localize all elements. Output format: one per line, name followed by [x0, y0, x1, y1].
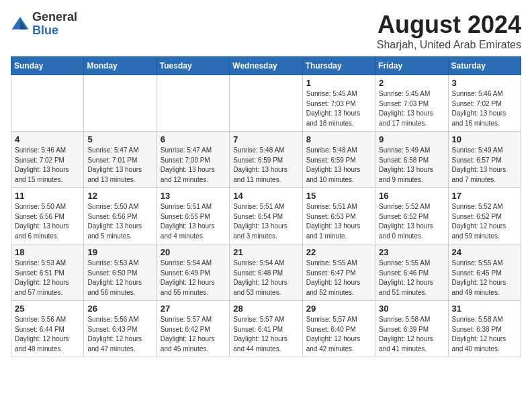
day-detail: Sunrise: 5:48 AM Sunset: 6:59 PM Dayligh… [233, 146, 298, 185]
calendar-cell: 28Sunrise: 5:57 AM Sunset: 6:41 PM Dayli… [230, 301, 302, 357]
day-number: 15 [306, 191, 371, 201]
day-detail: Sunrise: 5:51 AM Sunset: 6:55 PM Dayligh… [161, 202, 226, 241]
calendar-cell: 16Sunrise: 5:52 AM Sunset: 6:52 PM Dayli… [375, 188, 448, 244]
calendar-cell: 20Sunrise: 5:54 AM Sunset: 6:49 PM Dayli… [157, 244, 229, 301]
calendar-cell: 22Sunrise: 5:55 AM Sunset: 6:47 PM Dayli… [302, 244, 375, 301]
day-number: 2 [379, 78, 444, 88]
title-block: August 2024 Sharjah, United Arab Emirate… [377, 11, 521, 51]
logo-icon [11, 15, 30, 34]
weekday-header-wednesday: Wednesday [230, 57, 302, 75]
day-detail: Sunrise: 5:53 AM Sunset: 6:50 PM Dayligh… [87, 259, 152, 298]
day-detail: Sunrise: 5:51 AM Sunset: 6:53 PM Dayligh… [306, 202, 371, 241]
logo-blue: Blue [32, 24, 77, 38]
calendar-cell: 7Sunrise: 5:48 AM Sunset: 6:59 PM Daylig… [230, 132, 302, 188]
day-number: 1 [306, 78, 371, 88]
day-number: 12 [87, 191, 152, 201]
calendar-table: SundayMondayTuesdayWednesdayThursdayFrid… [11, 56, 521, 357]
day-detail: Sunrise: 5:46 AM Sunset: 7:02 PM Dayligh… [15, 146, 80, 185]
day-detail: Sunrise: 5:47 AM Sunset: 7:01 PM Dayligh… [87, 146, 152, 185]
day-number: 4 [15, 134, 80, 144]
day-detail: Sunrise: 5:53 AM Sunset: 6:51 PM Dayligh… [15, 259, 80, 298]
day-detail: Sunrise: 5:48 AM Sunset: 6:59 PM Dayligh… [306, 146, 371, 185]
calendar-cell: 21Sunrise: 5:54 AM Sunset: 6:48 PM Dayli… [230, 244, 302, 301]
calendar-cell: 5Sunrise: 5:47 AM Sunset: 7:01 PM Daylig… [84, 132, 157, 188]
calendar-cell: 25Sunrise: 5:56 AM Sunset: 6:44 PM Dayli… [11, 301, 84, 357]
day-detail: Sunrise: 5:58 AM Sunset: 6:39 PM Dayligh… [379, 315, 444, 354]
calendar-cell: 30Sunrise: 5:58 AM Sunset: 6:39 PM Dayli… [375, 301, 448, 357]
day-number: 18 [15, 247, 80, 257]
calendar-header: SundayMondayTuesdayWednesdayThursdayFrid… [11, 57, 521, 75]
calendar-cell: 24Sunrise: 5:55 AM Sunset: 6:45 PM Dayli… [448, 244, 521, 301]
day-detail: Sunrise: 5:49 AM Sunset: 6:58 PM Dayligh… [379, 146, 444, 185]
day-detail: Sunrise: 5:50 AM Sunset: 6:56 PM Dayligh… [15, 202, 80, 241]
calendar-location: Sharjah, United Arab Emirates [377, 39, 521, 51]
calendar-cell: 14Sunrise: 5:51 AM Sunset: 6:54 PM Dayli… [230, 188, 302, 244]
calendar-cell: 2Sunrise: 5:45 AM Sunset: 7:03 PM Daylig… [375, 75, 448, 132]
page-header: General Blue August 2024 Sharjah, United… [11, 11, 521, 51]
day-number: 29 [306, 304, 371, 314]
day-detail: Sunrise: 5:56 AM Sunset: 6:43 PM Dayligh… [87, 315, 152, 354]
day-number: 19 [87, 247, 152, 257]
day-number: 31 [452, 304, 517, 314]
day-number: 10 [452, 134, 517, 144]
calendar-cell [230, 75, 302, 132]
day-detail: Sunrise: 5:55 AM Sunset: 6:46 PM Dayligh… [379, 259, 444, 298]
day-number: 3 [452, 78, 517, 88]
day-detail: Sunrise: 5:51 AM Sunset: 6:54 PM Dayligh… [233, 202, 298, 241]
calendar-cell: 17Sunrise: 5:52 AM Sunset: 6:52 PM Dayli… [448, 188, 521, 244]
weekday-header-monday: Monday [84, 57, 157, 75]
day-detail: Sunrise: 5:56 AM Sunset: 6:44 PM Dayligh… [15, 315, 80, 354]
calendar-cell [11, 75, 84, 132]
weekday-header-sunday: Sunday [11, 57, 84, 75]
calendar-cell: 26Sunrise: 5:56 AM Sunset: 6:43 PM Dayli… [84, 301, 157, 357]
day-number: 25 [15, 304, 80, 314]
day-detail: Sunrise: 5:52 AM Sunset: 6:52 PM Dayligh… [379, 202, 444, 241]
day-detail: Sunrise: 5:47 AM Sunset: 7:00 PM Dayligh… [161, 146, 226, 185]
day-detail: Sunrise: 5:52 AM Sunset: 6:52 PM Dayligh… [452, 202, 517, 241]
calendar-cell: 13Sunrise: 5:51 AM Sunset: 6:55 PM Dayli… [157, 188, 229, 244]
day-number: 5 [87, 134, 152, 144]
day-detail: Sunrise: 5:49 AM Sunset: 6:57 PM Dayligh… [452, 146, 517, 185]
calendar-body: 1Sunrise: 5:45 AM Sunset: 7:03 PM Daylig… [11, 75, 521, 357]
day-number: 27 [161, 304, 226, 314]
day-number: 11 [15, 191, 80, 201]
day-detail: Sunrise: 5:55 AM Sunset: 6:47 PM Dayligh… [306, 259, 371, 298]
day-number: 21 [233, 247, 298, 257]
day-number: 17 [452, 191, 517, 201]
day-detail: Sunrise: 5:45 AM Sunset: 7:03 PM Dayligh… [379, 89, 444, 128]
calendar-cell: 11Sunrise: 5:50 AM Sunset: 6:56 PM Dayli… [11, 188, 84, 244]
calendar-cell: 6Sunrise: 5:47 AM Sunset: 7:00 PM Daylig… [157, 132, 229, 188]
weekday-header-row: SundayMondayTuesdayWednesdayThursdayFrid… [11, 57, 521, 75]
day-detail: Sunrise: 5:50 AM Sunset: 6:56 PM Dayligh… [87, 202, 152, 241]
calendar-week-5: 25Sunrise: 5:56 AM Sunset: 6:44 PM Dayli… [11, 301, 521, 357]
day-number: 28 [233, 304, 298, 314]
calendar-cell: 15Sunrise: 5:51 AM Sunset: 6:53 PM Dayli… [302, 188, 375, 244]
calendar-cell: 27Sunrise: 5:57 AM Sunset: 6:42 PM Dayli… [157, 301, 229, 357]
day-number: 9 [379, 134, 444, 144]
day-detail: Sunrise: 5:57 AM Sunset: 6:42 PM Dayligh… [161, 315, 226, 354]
weekday-header-thursday: Thursday [302, 57, 375, 75]
weekday-header-saturday: Saturday [448, 57, 521, 75]
logo-general: General [32, 11, 77, 24]
weekday-header-tuesday: Tuesday [157, 57, 229, 75]
day-detail: Sunrise: 5:54 AM Sunset: 6:48 PM Dayligh… [233, 259, 298, 298]
calendar-cell: 4Sunrise: 5:46 AM Sunset: 7:02 PM Daylig… [11, 132, 84, 188]
logo-text: General Blue [32, 11, 77, 38]
calendar-cell: 3Sunrise: 5:46 AM Sunset: 7:02 PM Daylig… [448, 75, 521, 132]
day-number: 7 [233, 134, 298, 144]
day-detail: Sunrise: 5:55 AM Sunset: 6:45 PM Dayligh… [452, 259, 517, 298]
day-number: 22 [306, 247, 371, 257]
day-number: 26 [87, 304, 152, 314]
calendar-cell: 19Sunrise: 5:53 AM Sunset: 6:50 PM Dayli… [84, 244, 157, 301]
calendar-week-4: 18Sunrise: 5:53 AM Sunset: 6:51 PM Dayli… [11, 244, 521, 301]
day-detail: Sunrise: 5:45 AM Sunset: 7:03 PM Dayligh… [306, 89, 371, 128]
day-number: 14 [233, 191, 298, 201]
calendar-cell: 10Sunrise: 5:49 AM Sunset: 6:57 PM Dayli… [448, 132, 521, 188]
calendar-week-3: 11Sunrise: 5:50 AM Sunset: 6:56 PM Dayli… [11, 188, 521, 244]
day-detail: Sunrise: 5:46 AM Sunset: 7:02 PM Dayligh… [452, 89, 517, 128]
calendar-cell: 8Sunrise: 5:48 AM Sunset: 6:59 PM Daylig… [302, 132, 375, 188]
logo: General Blue [11, 11, 77, 38]
day-number: 13 [161, 191, 226, 201]
calendar-week-1: 1Sunrise: 5:45 AM Sunset: 7:03 PM Daylig… [11, 75, 521, 132]
day-number: 8 [306, 134, 371, 144]
